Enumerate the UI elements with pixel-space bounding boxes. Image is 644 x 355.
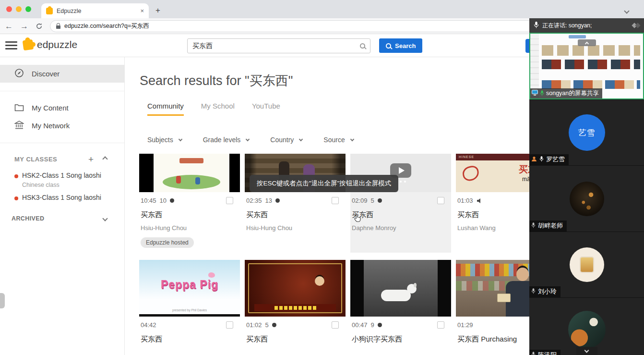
video-card[interactable]: 00:47 9 小狗识字买东西 xyxy=(350,260,451,344)
video-card[interactable]: 02:09 5 买东西 Daphne Monroy xyxy=(350,154,451,253)
video-select-checkbox[interactable] xyxy=(332,197,339,204)
video-card[interactable]: 10:45 10 买东西 Hsiu-Hung Chou Edpuzzle hos… xyxy=(139,154,240,253)
archived-label: ARCHIVED xyxy=(12,215,103,222)
video-thumbnail[interactable]: Peppa Pig presented by Phil Davies xyxy=(139,260,240,317)
video-title[interactable]: 买东西 xyxy=(139,335,240,344)
search-input[interactable] xyxy=(192,42,360,50)
participant-tile[interactable]: 刘小玲 xyxy=(529,232,644,297)
video-title[interactable]: 买东西 xyxy=(245,335,346,344)
add-class-icon[interactable]: + xyxy=(88,155,94,164)
microphone-icon xyxy=(539,156,544,163)
video-thumbnail[interactable] xyxy=(456,260,529,317)
close-window-button[interactable] xyxy=(6,6,12,12)
assignments-count-icon xyxy=(378,323,382,327)
avatar xyxy=(570,247,604,282)
tab-my-school[interactable]: My School xyxy=(201,102,235,116)
chevron-down-icon xyxy=(299,137,303,141)
participant-label: 罗艺雪 xyxy=(529,154,569,165)
video-card[interactable]: 01:29 买东西 Purchasing xyxy=(456,260,529,344)
video-title[interactable]: 买东西 xyxy=(245,210,346,220)
tab-search-chevron-icon[interactable] xyxy=(625,6,629,15)
expand-archived-chevron-icon[interactable] xyxy=(102,216,107,221)
search-input-wrapper xyxy=(187,38,370,53)
person-icon xyxy=(531,156,537,163)
back-icon[interactable]: ← xyxy=(5,22,13,30)
video-thumbnail[interactable] xyxy=(139,154,240,192)
sidebar-item-discover[interactable]: Discover xyxy=(0,65,124,83)
maximize-window-button[interactable] xyxy=(25,6,31,12)
video-grid-row: 10:45 10 买东西 Hsiu-Hung Chou Edpuzzle hos… xyxy=(139,154,529,253)
filter-country[interactable]: Country xyxy=(270,136,302,144)
class-name[interactable]: HSK2-Class 1 Song laoshi xyxy=(22,171,119,179)
filter-subjects[interactable]: Subjects xyxy=(147,136,182,144)
video-title[interactable]: 买东西 Purchasing xyxy=(456,335,529,344)
discover-compass-icon xyxy=(14,68,24,79)
video-title[interactable]: 买东西 xyxy=(350,210,451,220)
class-item-hsk3[interactable]: HSK3-Class 1 Song laoshi xyxy=(0,189,124,202)
avatar xyxy=(568,311,606,348)
video-card[interactable]: HINESE LES 买东西 mǎi dōngxi 01:03 买东西 Lush… xyxy=(456,154,529,253)
video-select-checkbox[interactable] xyxy=(437,321,444,329)
filter-grade-levels[interactable]: Grade levels xyxy=(203,136,250,144)
thumbnail-art: HINESE LES xyxy=(456,154,529,160)
url-text[interactable]: edpuzzle.com/search?q=买东西 xyxy=(64,22,149,30)
video-author: Lushan Wang xyxy=(456,224,529,232)
archived-section[interactable]: ARCHIVED xyxy=(0,210,124,227)
video-card[interactable]: 01:02 5 买东西 xyxy=(245,260,346,344)
video-title[interactable]: 买东西 xyxy=(139,210,240,220)
collapse-participants-button[interactable] xyxy=(576,347,597,355)
participant-tile[interactable]: 胡畔老师 xyxy=(529,165,644,232)
video-select-checkbox[interactable] xyxy=(437,197,444,204)
assignments-count-icon xyxy=(170,198,174,203)
hand-cursor-icon xyxy=(354,213,361,224)
video-title[interactable]: 买东西 xyxy=(456,210,529,220)
minimize-window-button[interactable] xyxy=(16,6,22,12)
participant-name: 胡畔老师 xyxy=(538,221,563,230)
edpuzzle-logo[interactable]: edpuzzle xyxy=(23,39,77,50)
hamburger-menu-icon[interactable] xyxy=(5,41,17,51)
class-name[interactable]: HSK3-Class 1 Song laoshi xyxy=(22,194,119,201)
microphone-icon xyxy=(531,288,536,295)
video-select-checkbox[interactable] xyxy=(226,321,233,329)
chevron-down-icon xyxy=(246,137,250,141)
sidebar-drag-handle[interactable] xyxy=(0,293,5,308)
sidebar-item-my-content[interactable]: My Content xyxy=(0,99,124,117)
avatar: 艺雪 xyxy=(569,114,605,151)
video-thumbnail[interactable] xyxy=(350,260,451,317)
sidebar-item-my-network[interactable]: My Network xyxy=(0,117,124,135)
filter-source[interactable]: Source xyxy=(323,136,353,144)
thumbnail-text: 买东西 xyxy=(519,163,529,176)
video-select-checkbox[interactable] xyxy=(226,197,233,204)
collapse-classes-chevron-icon[interactable] xyxy=(102,156,107,161)
edpuzzle-favicon-icon xyxy=(46,8,53,14)
audio-speaker-icon xyxy=(477,198,483,204)
thumbnail-art xyxy=(364,260,438,317)
collapse-panel-button[interactable] xyxy=(578,39,596,46)
tab-title: Edpuzzle xyxy=(57,8,136,14)
participant-tile[interactable]: 艺雪 罗艺雪 xyxy=(529,99,644,165)
video-select-checkbox[interactable] xyxy=(332,321,339,329)
thumbnail-text: Peppa Pig xyxy=(139,278,240,291)
video-card[interactable]: Peppa Pig presented by Phil Davies 04:42… xyxy=(139,260,240,344)
new-tab-button[interactable]: + xyxy=(155,6,160,14)
tab-youtube[interactable]: YouTube xyxy=(252,102,280,116)
screen-share-tile[interactable]: songyan的屏幕共享 xyxy=(529,33,644,99)
reload-icon[interactable] xyxy=(36,23,43,30)
participant-tile[interactable]: 陈汛阳 xyxy=(529,297,644,355)
class-item-hsk2[interactable]: HSK2-Class 1 Song laoshi Chinese class xyxy=(0,167,124,189)
browser-tab[interactable]: Edpuzzle × xyxy=(41,3,149,18)
search-button[interactable]: Search xyxy=(379,38,422,53)
video-card[interactable]: 02:35 13 买东西 Hsiu-Hung Chou xyxy=(245,154,346,253)
filter-label: Source xyxy=(323,136,345,144)
tab-community[interactable]: Community xyxy=(147,102,184,116)
video-thumbnail[interactable] xyxy=(245,260,346,317)
browser-tabstrip: Edpuzzle × + xyxy=(0,0,644,18)
participant-name: 陈汛阳 xyxy=(538,351,557,355)
video-author: Hsiu-Hung Chou xyxy=(245,224,346,232)
video-thumbnail[interactable]: HINESE LES 买东西 mǎi dōngxi xyxy=(456,154,529,192)
search-icon xyxy=(360,43,365,49)
forward-icon[interactable]: → xyxy=(20,22,28,30)
search-button-label: Search xyxy=(395,42,416,49)
tab-close-icon[interactable]: × xyxy=(140,8,144,14)
video-title[interactable]: 小狗识字买东西 xyxy=(350,335,451,344)
